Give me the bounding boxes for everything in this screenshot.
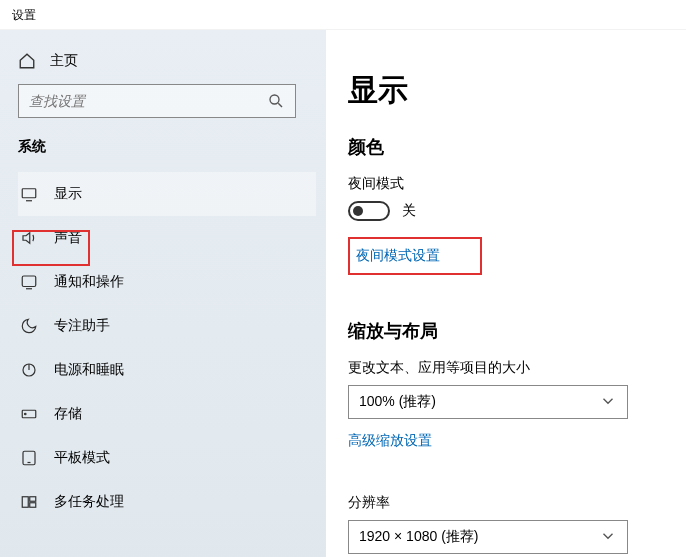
- svg-rect-1: [22, 189, 36, 198]
- sidebar-item-label: 多任务处理: [54, 493, 124, 511]
- night-mode-state: 关: [402, 202, 416, 220]
- sidebar-item-label: 声音: [54, 229, 82, 247]
- color-header: 颜色: [348, 135, 670, 159]
- sidebar-item-label: 存储: [54, 405, 82, 423]
- sidebar-item-sound[interactable]: 声音: [18, 216, 316, 260]
- scale-header: 缩放与布局: [348, 319, 670, 343]
- page-title: 显示: [348, 70, 670, 111]
- home-label: 主页: [50, 52, 78, 70]
- sound-icon: [20, 229, 38, 247]
- resolution-select[interactable]: 1920 × 1080 (推荐): [348, 520, 628, 554]
- multitask-icon: [20, 493, 38, 511]
- sidebar-item-focus[interactable]: 专注助手: [18, 304, 316, 348]
- resolution-label: 分辨率: [348, 494, 670, 512]
- display-icon: [20, 185, 38, 203]
- sidebar-item-label: 显示: [54, 185, 82, 203]
- sidebar-item-notifications[interactable]: 通知和操作: [18, 260, 316, 304]
- svg-rect-9: [30, 503, 36, 508]
- scale-select[interactable]: 100% (推荐): [348, 385, 628, 419]
- sidebar-item-storage[interactable]: 存储: [18, 392, 316, 436]
- focus-icon: [20, 317, 38, 335]
- sidebar-item-power[interactable]: 电源和睡眠: [18, 348, 316, 392]
- sidebar-item-label: 平板模式: [54, 449, 110, 467]
- resolution-value: 1920 × 1080 (推荐): [359, 528, 478, 546]
- night-mode-settings-link[interactable]: 夜间模式设置: [348, 237, 482, 275]
- sidebar-item-multitask[interactable]: 多任务处理: [18, 480, 316, 524]
- svg-point-5: [25, 413, 27, 415]
- svg-rect-7: [22, 497, 28, 508]
- notification-icon: [20, 273, 38, 291]
- search-box[interactable]: [18, 84, 296, 118]
- search-input[interactable]: [29, 93, 267, 109]
- scale-label: 更改文本、应用等项目的大小: [348, 359, 670, 377]
- content-panel: 显示 颜色 夜间模式 关 夜间模式设置 缩放与布局 更改文本、应用等项目的大小 …: [326, 30, 686, 557]
- sidebar-item-label: 通知和操作: [54, 273, 124, 291]
- advanced-scale-link[interactable]: 高级缩放设置: [348, 432, 432, 450]
- sidebar-item-label: 专注助手: [54, 317, 110, 335]
- tablet-icon: [20, 449, 38, 467]
- search-icon: [267, 92, 285, 110]
- home-icon: [18, 52, 36, 70]
- scale-value: 100% (推荐): [359, 393, 436, 411]
- night-mode-label: 夜间模式: [348, 175, 670, 193]
- sidebar-item-tablet[interactable]: 平板模式: [18, 436, 316, 480]
- sidebar-item-display[interactable]: 显示: [18, 172, 316, 216]
- chevron-down-icon: [599, 392, 617, 413]
- svg-rect-2: [22, 276, 36, 287]
- svg-rect-8: [30, 497, 36, 502]
- window-title: 设置: [0, 0, 686, 30]
- chevron-down-icon: [599, 527, 617, 548]
- sidebar: 主页 系统 显示 声音 通知和操作: [0, 30, 326, 557]
- night-mode-toggle[interactable]: [348, 201, 390, 221]
- svg-point-0: [270, 95, 279, 104]
- storage-icon: [20, 405, 38, 423]
- power-icon: [20, 361, 38, 379]
- sidebar-item-label: 电源和睡眠: [54, 361, 124, 379]
- home-link[interactable]: 主页: [18, 46, 316, 84]
- section-title: 系统: [18, 138, 316, 156]
